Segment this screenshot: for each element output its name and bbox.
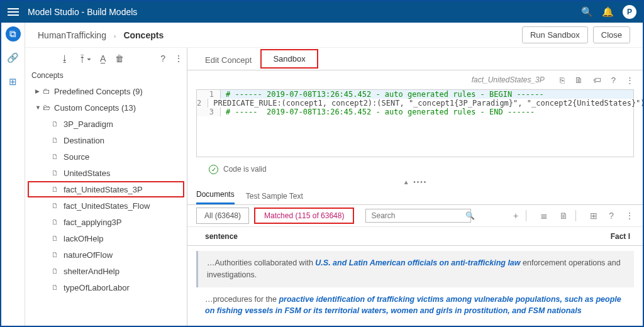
add-icon[interactable]: + (513, 211, 518, 221)
tree-item[interactable]: 🗋fact_UnitedStates_Flow (28, 197, 184, 214)
code-line: PREDICATE_RULE:(concept1, concept2):(SEN… (208, 99, 643, 108)
tree-item[interactable]: 🗋fact_applying3P (28, 214, 184, 230)
breadcrumb-sep: › (114, 32, 116, 40)
file-icon: 🗋 (52, 267, 58, 275)
grid-icon[interactable]: ⊞ (590, 211, 597, 221)
file-icon: 🗋 (52, 169, 58, 177)
tree-item-label: natureOfFlow (64, 250, 113, 260)
tree-item[interactable]: 🗋fact_UnitedStates_3P (28, 181, 184, 197)
code-editor[interactable]: 1# ------ 2019-07-08T13:26:45.452 - auto… (196, 89, 634, 157)
tab-documents[interactable]: Documents (196, 190, 235, 204)
close-button[interactable]: Close (593, 26, 630, 43)
result-card[interactable]: …procedures for the proactive identifica… (196, 294, 634, 324)
doc-icon[interactable]: 🗎 (575, 75, 583, 85)
rail-pipeline-icon[interactable]: 🔗 (6, 50, 21, 65)
folder-open-icon: 🗁 (43, 103, 50, 112)
file-icon: 🗋 (52, 218, 58, 226)
folder-icon: 🗀 (43, 87, 50, 96)
tree-item[interactable]: 🗋Destination (28, 132, 184, 148)
caret-right-icon: ▶ (35, 88, 43, 94)
file-icon: 🗋 (52, 235, 58, 242)
tree-folder-predefined[interactable]: ▶ 🗀 Predefined Concepts (9) (28, 83, 184, 99)
help2-icon[interactable]: ? (611, 75, 616, 85)
file-icon: 🗋 (52, 153, 58, 160)
tab-test-sample[interactable]: Test Sample Text (246, 192, 303, 204)
tree-item-label: fact_UnitedStates_Flow (64, 201, 150, 211)
search-input[interactable] (371, 211, 465, 220)
notifications-icon[interactable]: 🔔 (602, 6, 614, 18)
tree-item-label: shelterAndHelp (64, 267, 119, 276)
rename-icon[interactable]: A̲ (100, 53, 106, 64)
import-icon[interactable]: ⭳ (60, 53, 69, 64)
tree-item-label: typeOfLaborLabor (64, 283, 130, 292)
file-icon: 🗋 (52, 202, 58, 209)
tree-item[interactable]: 🗋typeOfLaborLabor (28, 279, 184, 296)
search-input-wrap[interactable]: 🔍 (365, 209, 471, 223)
search-icon2[interactable]: 🔍 (465, 211, 475, 220)
tree-item-label: UnitedStates (64, 169, 110, 178)
code-line: # ----- 2019-07-08T13:26:45.452 - auto g… (221, 108, 535, 116)
search-icon[interactable]: 🔍 (581, 6, 593, 18)
tree-item[interactable]: 🗋shelterAndHelp (28, 263, 184, 279)
tree-item[interactable]: 🗋lackOfHelp (28, 230, 184, 247)
result-pre: …procedures for the (205, 295, 279, 304)
rail-settings-icon[interactable]: ⊞ (6, 74, 21, 89)
code-filename: fact_UnitedStates_3P (472, 75, 545, 84)
copy-icon[interactable]: ⎘ (560, 75, 565, 85)
file-icon: 🗋 (52, 251, 58, 258)
filter-all[interactable]: All (63648) (196, 208, 249, 224)
menu-icon[interactable] (8, 8, 19, 16)
app-title: Model Studio - Build Models (28, 7, 137, 17)
delete-icon[interactable]: 🗑 (115, 53, 124, 64)
tree-item-label: 3P_Paradigm (64, 119, 113, 129)
file-icon: 🗋 (52, 284, 58, 291)
caret-down-icon: ▼ (35, 104, 43, 111)
more-icon[interactable]: ⋮ (174, 53, 183, 64)
tree-item[interactable]: 🗋3P_Paradigm (28, 116, 184, 132)
tree-folder-label: Custom Concepts (13) (54, 103, 136, 113)
code-line: # ------ 2019-07-08T13:26:45.452 - auto … (221, 90, 544, 99)
tree-item-label: Source (64, 152, 89, 162)
tree-item-label: fact_UnitedStates_3P (64, 185, 143, 194)
tree-item-label: fact_applying3P (64, 218, 122, 227)
results-col-fact[interactable]: Fact I (611, 232, 630, 241)
valid-check-icon: ✓ (209, 165, 218, 174)
breadcrumb: HumanTrafficking › Concepts (38, 30, 164, 40)
tree-item[interactable]: 🗋natureOfFlow (28, 247, 184, 263)
more2-icon[interactable]: ⋮ (626, 75, 634, 85)
run-sandbox-button[interactable]: Run Sandbox (522, 26, 588, 43)
tab-sandbox[interactable]: Sandbox (260, 49, 318, 69)
tree-item-label: lackOfHelp (64, 234, 104, 243)
filter-matched[interactable]: Matched (115 of 63648) (254, 208, 354, 224)
tab-edit-concept[interactable]: Edit Concept (196, 50, 260, 70)
rail-data-icon[interactable]: ⧉ (6, 26, 21, 42)
more3-icon[interactable]: ⋮ (625, 211, 634, 221)
file-icon: 🗋 (52, 120, 58, 128)
results-col-sentence[interactable]: sentence (205, 232, 238, 241)
export-icon[interactable]: ⭱▾ (78, 53, 91, 64)
file-icon: 🗋 (52, 186, 58, 193)
tree-item[interactable]: 🗋UnitedStates (28, 165, 184, 181)
tree-folder-custom[interactable]: ▼ 🗁 Custom Concepts (13) (28, 99, 184, 116)
help3-icon[interactable]: ? (609, 211, 614, 221)
valid-message: Code is valid (223, 165, 267, 174)
splitter-handle[interactable]: ▲ •••• (187, 179, 643, 186)
help-icon[interactable]: ? (160, 53, 165, 64)
result-match: U.S. and Latin American officials on ant… (315, 258, 520, 267)
breadcrumb-page: Concepts (123, 30, 164, 40)
file-icon: 🗋 (52, 136, 58, 144)
result-card[interactable]: …Authorities collaborated with U.S. and … (196, 251, 634, 287)
tag-icon[interactable]: 🏷 (593, 75, 601, 85)
tree-item-label: Destination (64, 136, 104, 145)
concepts-heading: Concepts (25, 69, 187, 82)
tree-item[interactable]: 🗋Source (28, 148, 184, 165)
list-icon[interactable]: ≣ (540, 211, 548, 221)
page-icon[interactable]: 🗎 (559, 211, 568, 221)
breadcrumb-project[interactable]: HumanTrafficking (38, 30, 106, 40)
avatar[interactable]: P (623, 5, 636, 19)
tree-folder-label: Predefined Concepts (9) (54, 87, 143, 96)
result-pre: …Authorities collaborated with (207, 258, 315, 267)
